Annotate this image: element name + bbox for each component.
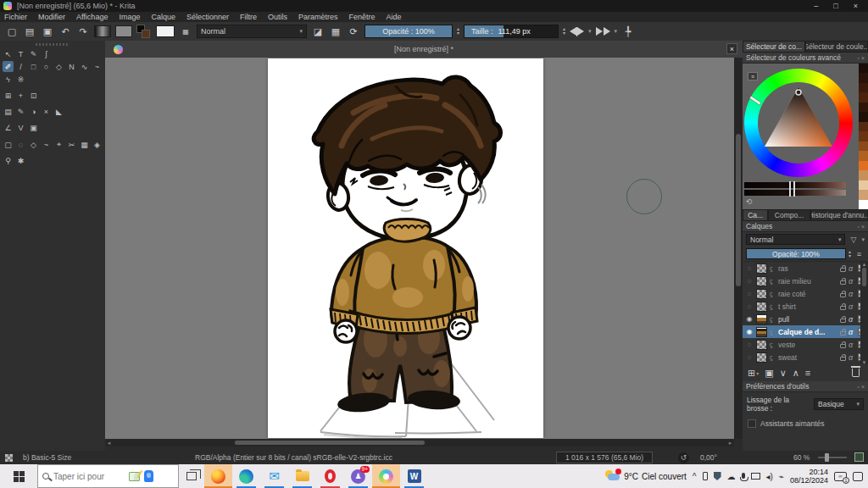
layer-row[interactable]: ◌ ϛ t shirt α bbox=[743, 300, 868, 313]
crop-tool-icon[interactable]: ⊡ bbox=[28, 90, 39, 101]
menu-selectionner[interactable]: Sélectionner bbox=[186, 13, 229, 21]
hue-ring[interactable] bbox=[744, 69, 853, 177]
reload-preset-icon[interactable]: ⟳ bbox=[347, 25, 360, 38]
move-tool-icon[interactable]: + bbox=[15, 90, 26, 101]
smoothing-select[interactable]: Basique ▾ bbox=[814, 398, 864, 410]
rect-select-tool-icon[interactable]: ▢ bbox=[3, 139, 14, 150]
color-history-strip[interactable] bbox=[744, 182, 846, 188]
layer-filter-icon[interactable]: ▽ bbox=[848, 236, 859, 244]
touch-keyboard-icon[interactable]: ∞1 bbox=[834, 472, 847, 481]
polygon-select-tool-icon[interactable]: ◇ bbox=[28, 139, 39, 150]
tab-undo-history[interactable]: Historique d'annu... bbox=[810, 209, 868, 221]
save-document-icon[interactable]: ▣ bbox=[41, 25, 54, 38]
layer-alpha-lock-icon[interactable]: α bbox=[849, 302, 855, 311]
measure-tool-icon[interactable]: ∠ bbox=[3, 122, 14, 133]
saturation-value-triangle[interactable] bbox=[758, 82, 839, 164]
menu-fichier[interactable]: Fichier bbox=[4, 13, 27, 21]
bezier-tool-icon[interactable]: ∿ bbox=[79, 61, 90, 72]
document-close-icon[interactable]: × bbox=[726, 43, 737, 54]
scroll-up-icon[interactable]: ▲ bbox=[862, 262, 867, 267]
layer-list-scrollbar[interactable]: ▲ ▼ bbox=[860, 262, 868, 364]
bezier-select-tool-icon[interactable]: ▦ bbox=[79, 139, 90, 150]
microphone-icon[interactable] bbox=[742, 473, 745, 479]
layer-row-selected[interactable]: ◉ ϛ Calque de d... α bbox=[743, 325, 868, 338]
chevron-down-icon[interactable]: ▾ bbox=[861, 236, 865, 243]
color-sampler-tool-icon[interactable]: ✎ bbox=[15, 106, 26, 117]
toolbox-drag-handle[interactable] bbox=[36, 43, 70, 46]
layer-properties-button[interactable]: ≡ bbox=[805, 368, 810, 378]
similar-select-tool-icon[interactable]: ⌖ bbox=[53, 139, 64, 150]
colorize-mask-tool-icon[interactable]: × bbox=[41, 106, 52, 117]
taskbar-file-explorer[interactable] bbox=[288, 464, 316, 488]
freehand-brush-tool-icon[interactable]: ✐ bbox=[3, 61, 14, 72]
layer-alpha-lock-icon[interactable]: α bbox=[849, 315, 855, 324]
menu-parametres[interactable]: Paramètres bbox=[298, 13, 338, 21]
zoom-tool-icon[interactable]: ⚲ bbox=[3, 155, 14, 166]
layer-options-icon[interactable]: ≡ bbox=[854, 250, 865, 258]
freehand-path-tool-icon[interactable]: ~ bbox=[92, 61, 103, 72]
layer-lock-icon[interactable] bbox=[840, 293, 846, 297]
magnetic-select-tool-icon[interactable]: ✂ bbox=[66, 139, 77, 150]
open-document-icon[interactable]: ▤ bbox=[23, 25, 36, 38]
zoom-fit-icon[interactable] bbox=[854, 452, 864, 462]
layer-row[interactable]: ◌ ϛ ras α bbox=[743, 262, 868, 274]
action-center-icon[interactable] bbox=[853, 472, 863, 481]
new-document-icon[interactable]: ▢ bbox=[5, 25, 19, 38]
layer-row[interactable]: ◌ ϛ sweat α bbox=[743, 351, 868, 363]
dynamic-brush-tool-icon[interactable]: ϟ bbox=[3, 74, 14, 85]
layer-alpha-lock-icon[interactable]: α bbox=[849, 264, 855, 273]
blending-mode-select[interactable]: Normal ▾ bbox=[197, 25, 307, 38]
canvas-page[interactable] bbox=[268, 58, 543, 438]
security-shield-icon[interactable] bbox=[714, 472, 721, 480]
color-history-icon[interactable]: ⟲ bbox=[746, 197, 753, 206]
pattern-chooser[interactable] bbox=[115, 25, 132, 37]
tab-color-selector[interactable]: Sélecteur de co... bbox=[743, 41, 805, 53]
maximize-icon[interactable]: □ bbox=[833, 2, 837, 10]
color-shade-strip[interactable] bbox=[744, 190, 846, 196]
menu-outils[interactable]: Outils bbox=[268, 13, 287, 21]
line-tool-icon[interactable]: / bbox=[15, 61, 26, 72]
taskbar-messaging-app[interactable]: ♟ 9+ bbox=[344, 464, 372, 488]
recent-colors-column[interactable] bbox=[859, 64, 868, 209]
canvas-rotation-icon[interactable]: ↺ bbox=[678, 452, 689, 463]
layer-visibility-icon[interactable]: ◉ bbox=[745, 315, 754, 323]
close-docker-icon[interactable]: × bbox=[861, 224, 865, 230]
layer-lock-icon[interactable] bbox=[840, 306, 846, 310]
layer-visibility-icon[interactable]: ◌ bbox=[745, 277, 754, 285]
undo-icon[interactable]: ↶ bbox=[58, 25, 72, 38]
transform-tool-icon[interactable]: ⊞ bbox=[3, 90, 14, 101]
ellipse-tool-icon[interactable]: ○ bbox=[41, 61, 52, 72]
layer-blending-mode-select[interactable]: Normal ▾ bbox=[746, 234, 845, 245]
size-slider[interactable]: Taille : 111,49 px bbox=[464, 25, 559, 38]
hidden-icons-chevron[interactable]: ^ bbox=[693, 472, 697, 481]
weather-widget[interactable]: 9°C Ciel couvert bbox=[605, 470, 687, 482]
canvas-horizontal-scrollbar[interactable]: ◂ ▸ bbox=[105, 439, 734, 446]
layer-visibility-icon[interactable]: ◌ bbox=[745, 341, 754, 348]
layer-lock-icon[interactable] bbox=[840, 357, 846, 361]
layer-alpha-lock-icon[interactable]: α bbox=[849, 328, 855, 336]
layer-alpha-lock-icon[interactable]: α bbox=[849, 290, 855, 298]
start-button[interactable] bbox=[0, 464, 37, 488]
layer-opacity-spinner[interactable]: ▴▾ bbox=[849, 250, 851, 258]
ellipse-select-tool-icon[interactable]: ◌ bbox=[15, 139, 26, 150]
canvas-viewport[interactable] bbox=[105, 58, 734, 439]
gradient-chooser[interactable] bbox=[94, 25, 111, 37]
polyline-tool-icon[interactable]: N bbox=[66, 61, 77, 72]
gradient-tool-icon[interactable]: ▤ bbox=[3, 106, 14, 117]
float-docker-icon[interactable]: ▫ bbox=[857, 224, 859, 230]
opacity-slider[interactable]: Opacité : 100% bbox=[364, 25, 453, 38]
network-icon[interactable]: ⌁ bbox=[779, 472, 784, 481]
layer-row[interactable]: ◌ ϛ raie coté α bbox=[743, 287, 868, 300]
text-tool-icon[interactable]: T bbox=[15, 48, 26, 59]
move-layer-up-button[interactable]: ∧ bbox=[793, 368, 799, 379]
redo-icon[interactable]: ↷ bbox=[76, 25, 90, 38]
zoom-slider[interactable] bbox=[818, 457, 847, 458]
layer-visibility-icon[interactable]: ◌ bbox=[745, 353, 754, 361]
minimize-icon[interactable]: – bbox=[814, 2, 818, 10]
fill-tool-icon[interactable]: ◣ bbox=[53, 106, 64, 117]
foreground-background-colors[interactable] bbox=[136, 25, 152, 38]
menu-calque[interactable]: Calque bbox=[151, 13, 175, 21]
menu-affichage[interactable]: Affichage bbox=[76, 13, 108, 21]
layer-row[interactable]: ◌ ϛ veste α bbox=[743, 338, 868, 351]
float-docker-icon[interactable]: ▫ bbox=[857, 384, 859, 390]
